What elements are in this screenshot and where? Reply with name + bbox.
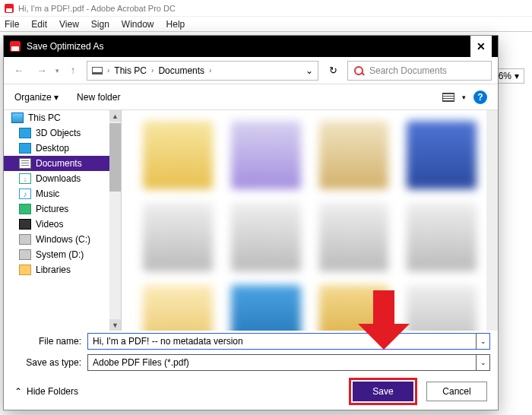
content-scrollbar[interactable] bbox=[486, 110, 498, 331]
view-options: ▾ ? bbox=[442, 90, 487, 104]
chevron-down-icon[interactable]: ⌄ bbox=[306, 65, 313, 76]
saveastype-row: Save as type: Adobe PDF Files (*.pdf) ⌄ bbox=[4, 352, 498, 373]
refresh-button[interactable]: ↻ bbox=[323, 61, 343, 81]
tree-item-windows-c-[interactable]: Windows (C:) bbox=[4, 232, 121, 247]
chevron-down-icon[interactable]: ▾ bbox=[462, 93, 466, 101]
list-item[interactable] bbox=[231, 203, 301, 271]
list-item[interactable] bbox=[407, 285, 477, 331]
tree-item-label: Videos bbox=[36, 219, 63, 230]
toolbar-row: Organize ▾ New folder ▾ ? bbox=[4, 84, 498, 110]
tree-item-libraries[interactable]: Libraries bbox=[4, 262, 121, 277]
list-item[interactable] bbox=[407, 203, 477, 271]
host-menubar: File Edit View Sign Window Help bbox=[0, 17, 532, 32]
folder-tree: This PC3D ObjectsDesktopDocumentsDownloa… bbox=[4, 110, 122, 331]
dl-icon bbox=[19, 173, 31, 184]
tree-item-label: System (D:) bbox=[36, 249, 84, 260]
up-button[interactable]: ↑ bbox=[64, 62, 82, 80]
tree-item-label: 3D Objects bbox=[36, 128, 81, 138]
list-item[interactable] bbox=[143, 121, 213, 189]
chevron-right-icon: › bbox=[107, 66, 109, 74]
scroll-up-icon[interactable]: ▲ bbox=[109, 110, 121, 122]
filename-label: File name: bbox=[11, 336, 81, 347]
list-item[interactable] bbox=[143, 285, 213, 331]
menu-window[interactable]: Window bbox=[122, 19, 154, 30]
tree-item-desktop[interactable]: Desktop bbox=[4, 141, 121, 156]
menu-sign[interactable]: Sign bbox=[91, 19, 109, 30]
scroll-down-icon[interactable]: ▼ bbox=[109, 319, 121, 331]
tree-item-3d-objects[interactable]: 3D Objects bbox=[4, 125, 121, 141]
tree-item-music[interactable]: Music bbox=[4, 186, 121, 201]
tree-item-label: Music bbox=[36, 188, 59, 199]
list-item[interactable] bbox=[319, 121, 389, 189]
tree-item-label: Desktop bbox=[36, 143, 69, 154]
filename-dropdown-icon[interactable]: ⌄ bbox=[476, 334, 489, 349]
tree-item-videos[interactable]: Videos bbox=[4, 217, 121, 232]
tree-item-label: Documents bbox=[36, 158, 82, 169]
annotation-save-highlight: Save bbox=[349, 378, 417, 405]
tree-item-label: This PC bbox=[28, 112, 61, 123]
tree-item-downloads[interactable]: Downloads bbox=[4, 171, 121, 186]
close-button[interactable]: ✕ bbox=[470, 36, 492, 57]
chevron-right-icon: › bbox=[151, 66, 154, 74]
list-item[interactable] bbox=[231, 285, 301, 331]
tree-item-label: Downloads bbox=[36, 173, 81, 184]
file-list[interactable] bbox=[122, 110, 498, 331]
tree-item-pictures[interactable]: Pictures bbox=[4, 201, 121, 217]
pc-icon bbox=[11, 112, 24, 123]
dialog-title: Save Optimized As bbox=[27, 41, 103, 52]
hide-folders-label: Hide Folders bbox=[27, 386, 78, 397]
hide-folders-button[interactable]: ⌃ Hide Folders bbox=[14, 386, 78, 397]
help-icon[interactable]: ? bbox=[473, 90, 487, 104]
back-button[interactable]: ← bbox=[10, 62, 28, 80]
tree-item-label: Libraries bbox=[36, 265, 71, 275]
list-item[interactable] bbox=[231, 121, 301, 189]
music-icon bbox=[19, 188, 31, 199]
list-item[interactable] bbox=[319, 285, 389, 331]
save-dialog: Save Optimized As ✕ ← → ▾ ↑ › This PC › … bbox=[3, 35, 499, 410]
search-icon bbox=[354, 66, 363, 75]
breadcrumb[interactable]: › This PC › Documents › ⌄ bbox=[87, 61, 318, 81]
filename-combo[interactable]: ⌄ bbox=[87, 333, 490, 350]
organize-button[interactable]: Organize ▾ bbox=[14, 92, 59, 103]
forward-button[interactable]: → bbox=[33, 62, 51, 80]
folder-icon bbox=[19, 265, 31, 275]
drive-icon bbox=[19, 249, 31, 260]
menu-edit[interactable]: Edit bbox=[31, 19, 47, 30]
list-item[interactable] bbox=[143, 203, 213, 271]
breadcrumb-root[interactable]: This PC bbox=[114, 65, 147, 76]
scroll-thumb[interactable] bbox=[109, 123, 121, 192]
saveastype-combo[interactable]: Adobe PDF Files (*.pdf) ⌄ bbox=[87, 354, 490, 371]
tree-item-documents[interactable]: Documents bbox=[4, 156, 121, 171]
saveastype-label: Save as type: bbox=[11, 357, 81, 368]
search-input[interactable]: Search Documents bbox=[347, 61, 492, 81]
pdf-app-icon bbox=[5, 4, 14, 13]
chevron-up-icon: ⌃ bbox=[14, 386, 22, 397]
list-item[interactable] bbox=[407, 121, 477, 189]
breadcrumb-folder[interactable]: Documents bbox=[158, 65, 204, 76]
chevron-right-icon: › bbox=[209, 66, 211, 74]
menu-file[interactable]: File bbox=[5, 19, 19, 30]
list-item[interactable] bbox=[319, 203, 389, 271]
tree-item-system-d-[interactable]: System (D:) bbox=[4, 247, 121, 262]
tree-item-label: Pictures bbox=[36, 204, 68, 214]
pdf-dialog-icon bbox=[10, 41, 21, 52]
menu-view[interactable]: View bbox=[59, 19, 79, 30]
tree-scrollbar[interactable]: ▲ ▼ bbox=[109, 110, 121, 331]
saveastype-dropdown-icon[interactable]: ⌄ bbox=[476, 355, 489, 370]
monitor-icon bbox=[92, 67, 103, 74]
search-placeholder: Search Documents bbox=[369, 65, 447, 76]
view-list-icon[interactable] bbox=[442, 93, 454, 102]
nav-row: ← → ▾ ↑ › This PC › Documents › ⌄ ↻ Sear… bbox=[4, 57, 498, 84]
doc-icon bbox=[19, 158, 31, 169]
save-button[interactable]: Save bbox=[353, 382, 413, 401]
desk-icon bbox=[19, 143, 31, 154]
filename-input[interactable] bbox=[88, 334, 476, 349]
tree-item-this-pc[interactable]: This PC bbox=[4, 110, 121, 125]
recent-dropdown-icon[interactable]: ▾ bbox=[55, 67, 59, 74]
pic-icon bbox=[19, 204, 31, 214]
saveastype-value: Adobe PDF Files (*.pdf) bbox=[88, 357, 194, 368]
new-folder-button[interactable]: New folder bbox=[77, 92, 120, 103]
cancel-button[interactable]: Cancel bbox=[426, 382, 487, 401]
host-title: Hi, I'm a PDF!.pdf - Adobe Acrobat Pro D… bbox=[18, 4, 176, 13]
menu-help[interactable]: Help bbox=[166, 19, 185, 30]
